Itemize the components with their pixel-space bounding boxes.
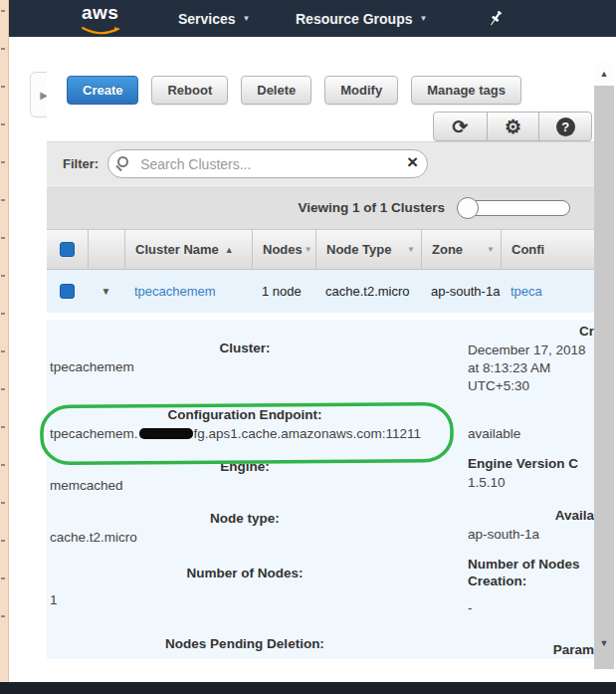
column-menu-icon[interactable]: ▼ <box>407 245 415 254</box>
detail-parameter-group: Param default.memcache <box>468 641 594 659</box>
detail-value: tpecachemem.fg.aps1.cache.amazonaws.com:… <box>50 425 440 443</box>
detail-node-type: Node type: cache.t2.micro <box>50 510 440 547</box>
detail-label: Number of Nodes: <box>50 565 440 581</box>
detail-status: available <box>468 425 594 443</box>
manage-tags-button[interactable]: Manage tags <box>411 76 521 105</box>
detail-value: tpecachemem <box>50 358 440 376</box>
status-value: available <box>468 425 594 443</box>
detail-label: Param <box>468 641 594 658</box>
detail-label: Engine: <box>50 458 440 475</box>
pagination-bar: Viewing 1 of 1 Clusters <box>47 185 594 229</box>
column-header-cluster-name[interactable]: Cluster Name ▲ <box>124 230 252 269</box>
detail-nodes-pending-creation: Number of Nodes Creation: - <box>468 556 594 617</box>
scroll-down-button[interactable]: ▼ <box>594 631 614 655</box>
row-checkbox[interactable] <box>60 284 75 299</box>
cell-nodes: 1 node <box>252 284 315 299</box>
expander-header-cell <box>88 230 124 269</box>
cell-node-type: cache.t2.micro <box>315 284 421 299</box>
detail-value: 1.5.10 <box>468 474 594 492</box>
redaction-scribble <box>139 428 193 439</box>
clear-search-icon[interactable]: × <box>407 151 418 173</box>
detail-engine-version: Engine Version C 1.5.10 <box>468 455 594 492</box>
detail-value: cache.t2.micro <box>50 529 440 547</box>
help-button[interactable]: ? <box>538 113 591 140</box>
elasticache-console-page: aws Services ▼ Resource Groups ▼ ▶ <box>0 0 616 694</box>
modify-button[interactable]: Modify <box>324 76 398 105</box>
pagination-slider-knob[interactable] <box>457 197 479 219</box>
aws-logo-text: aws <box>82 4 125 22</box>
scroll-up-button[interactable]: ▲ <box>594 62 614 86</box>
nav-resource-groups[interactable]: Resource Groups ▼ <box>296 0 427 37</box>
details-left-column: Cluster: tpecachemem Configuration Endpo… <box>50 340 440 659</box>
cell-configuration-endpoint: tpeca <box>501 284 594 299</box>
help-icon: ? <box>556 117 575 136</box>
pin-icon[interactable] <box>487 9 505 28</box>
background-window-sliver <box>0 0 9 694</box>
cluster-action-toolbar: Create Reboot Delete Modify Manage tags <box>67 76 594 105</box>
detail-label: Cr <box>468 323 594 340</box>
nav-services[interactable]: Services ▼ <box>178 0 251 37</box>
detail-value: ap-south-1a <box>468 526 594 544</box>
chevron-down-icon: ▼ <box>243 14 251 23</box>
cell-zone: ap-south-1a <box>421 284 501 299</box>
detail-value: December 17, 2018 at 8:13:23 AM UTC+5:30 <box>468 342 594 395</box>
reboot-button[interactable]: Reboot <box>151 76 228 105</box>
column-header-zone[interactable]: Zone ▼ <box>421 230 501 269</box>
bottom-window-edge <box>0 682 616 694</box>
cluster-table-row[interactable]: ▼ tpecachemem 1 node cache.t2.micro ap-s… <box>47 270 594 313</box>
detail-value: 1 <box>50 591 440 609</box>
detail-value: - <box>468 599 594 617</box>
detail-label: Availa <box>468 507 594 524</box>
scroll-down-icon: ▼ <box>600 638 609 648</box>
refresh-icon: ⟳ <box>452 117 468 136</box>
detail-value: memcached <box>50 477 440 495</box>
main-content: Create Reboot Delete Modify Manage tags … <box>47 37 594 694</box>
filter-bar: Filter: × <box>47 141 594 185</box>
cluster-table-header: Cluster Name ▲ Nodes ▼ Node Type ▼ Zone … <box>47 229 594 270</box>
aws-top-navbar: aws Services ▼ Resource Groups ▼ <box>9 0 616 37</box>
cluster-details-pane: Cluster: tpecachemem Configuration Endpo… <box>47 320 594 659</box>
detail-label: Nodes Pending Deletion: <box>50 635 440 652</box>
sort-ascending-icon: ▲ <box>225 245 234 255</box>
table-utility-buttons: ⟳ ⚙ ? <box>433 112 592 141</box>
column-menu-icon[interactable]: ▼ <box>305 245 312 254</box>
scroll-up-icon: ▲ <box>600 69 609 79</box>
detail-label: Node type: <box>50 510 440 527</box>
detail-configuration-endpoint: Configuration Endpoint: tpecachemem.fg.a… <box>50 406 440 443</box>
detail-label: Cluster: <box>50 340 440 356</box>
details-right-column: Cr December 17, 2018 at 8:13:23 AM UTC+5… <box>468 323 594 659</box>
detail-label: Engine Version C <box>468 455 594 472</box>
chevron-down-icon: ▼ <box>419 14 427 23</box>
configuration-endpoint-link[interactable]: tpeca <box>511 284 542 299</box>
collapse-row-icon[interactable]: ▼ <box>102 286 111 297</box>
pagination-slider[interactable] <box>458 200 570 216</box>
detail-engine: Engine: memcached <box>50 458 440 495</box>
column-header-nodes[interactable]: Nodes ▼ <box>252 230 315 269</box>
filter-label: Filter: <box>63 156 99 171</box>
detail-label: Configuration Endpoint: <box>50 406 440 423</box>
refresh-button[interactable]: ⟳ <box>434 113 487 140</box>
delete-button[interactable]: Delete <box>241 76 311 105</box>
column-menu-icon[interactable]: ▼ <box>487 245 495 254</box>
column-header-node-type[interactable]: Node Type ▼ <box>315 230 421 269</box>
detail-creation-time: Cr December 17, 2018 at 8:13:23 AM UTC+5… <box>468 323 594 395</box>
aws-smile-swoosh <box>82 27 121 36</box>
settings-button[interactable]: ⚙ <box>487 113 539 140</box>
detail-availability-zone: Availa ap-south-1a <box>468 507 594 544</box>
detail-label: Number of Nodes Creation: <box>468 556 594 589</box>
row-select-cell <box>47 284 88 299</box>
aws-logo[interactable]: aws <box>82 4 125 32</box>
cluster-name-link[interactable]: tpecachemem <box>134 284 216 299</box>
row-expander-cell: ▼ <box>88 286 124 297</box>
detail-nodes-pending-deletion: Nodes Pending Deletion: - <box>50 635 440 659</box>
column-header-configuration[interactable]: Confi <box>501 230 594 269</box>
search-input[interactable] <box>107 149 428 178</box>
select-all-cell <box>47 230 88 269</box>
gear-icon: ⚙ <box>505 117 521 136</box>
vertical-scrollbar[interactable]: ▲ ▼ <box>594 62 614 669</box>
cell-cluster-name: tpecachemem <box>124 284 252 299</box>
select-all-checkbox[interactable] <box>60 242 75 257</box>
search-cluster-field: × <box>107 149 428 178</box>
viewing-count-text: Viewing 1 of 1 Clusters <box>298 200 445 215</box>
create-button[interactable]: Create <box>67 76 138 105</box>
